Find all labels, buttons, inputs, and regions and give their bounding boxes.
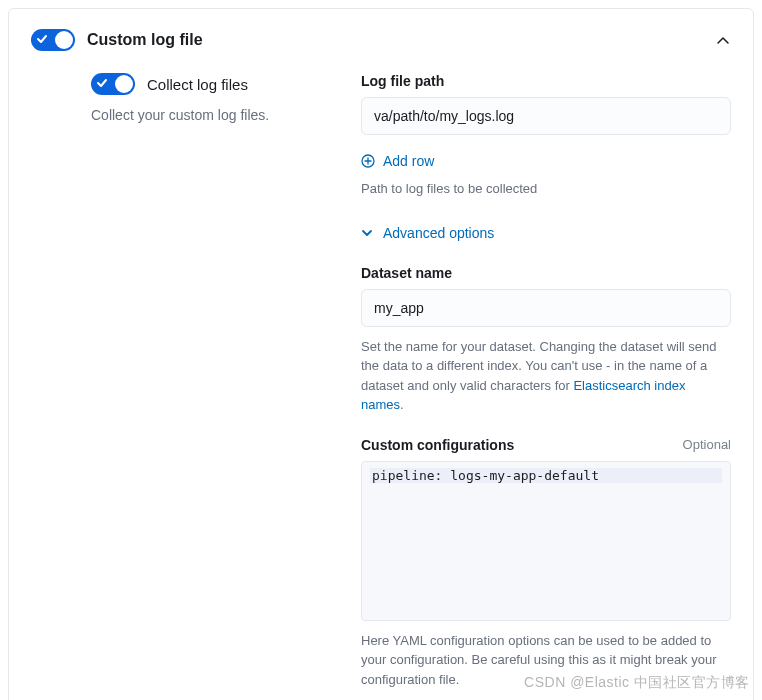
optional-badge: Optional xyxy=(683,437,731,452)
add-row-button[interactable]: Add row xyxy=(361,153,731,169)
yaml-key: pipeline: xyxy=(372,468,442,483)
chevron-up-icon[interactable] xyxy=(715,33,731,49)
watermark: CSDN @Elastic 中国社区官方博客 xyxy=(524,674,750,692)
collect-log-files-toggle[interactable] xyxy=(91,73,135,95)
dataset-name-label: Dataset name xyxy=(361,265,731,281)
check-icon xyxy=(36,33,48,45)
custom-config-editor[interactable]: pipeline: logs-my-app-default xyxy=(361,461,731,621)
check-icon xyxy=(96,77,108,89)
custom-config-header: Custom configurations Optional xyxy=(361,437,731,453)
left-column: Collect log files Collect your custom lo… xyxy=(31,73,331,689)
yaml-value: logs-my-app-default xyxy=(442,468,599,483)
custom-config-section: Custom configurations Optional pipeline:… xyxy=(361,437,731,690)
code-line: pipeline: logs-my-app-default xyxy=(370,468,722,483)
collect-label: Collect log files xyxy=(147,76,248,93)
plus-circle-icon xyxy=(361,154,375,168)
advanced-options-toggle[interactable]: Advanced options xyxy=(361,225,731,241)
custom-log-file-toggle[interactable] xyxy=(31,29,75,51)
log-file-path-input[interactable] xyxy=(361,97,731,135)
log-path-hint: Path to log files to be collected xyxy=(361,179,731,199)
panel-content: Collect log files Collect your custom lo… xyxy=(31,73,731,689)
panel-header: Custom log file xyxy=(31,29,731,51)
dataset-hint-post: . xyxy=(400,397,404,412)
custom-log-file-panel: Custom log file Collect log files Collec… xyxy=(8,8,754,700)
log-file-path-label: Log file path xyxy=(361,73,731,89)
chevron-down-icon xyxy=(361,227,373,239)
toggle-knob xyxy=(55,31,73,49)
right-column: Log file path Add row Path to log files … xyxy=(361,73,731,689)
dataset-name-input[interactable] xyxy=(361,289,731,327)
collect-description: Collect your custom log files. xyxy=(91,107,331,123)
advanced-options-label: Advanced options xyxy=(383,225,494,241)
panel-title: Custom log file xyxy=(87,31,203,49)
toggle-knob xyxy=(115,75,133,93)
add-row-label: Add row xyxy=(383,153,434,169)
custom-config-label: Custom configurations xyxy=(361,437,514,453)
dataset-hint: Set the name for your dataset. Changing … xyxy=(361,337,731,415)
collect-row: Collect log files xyxy=(91,73,331,95)
